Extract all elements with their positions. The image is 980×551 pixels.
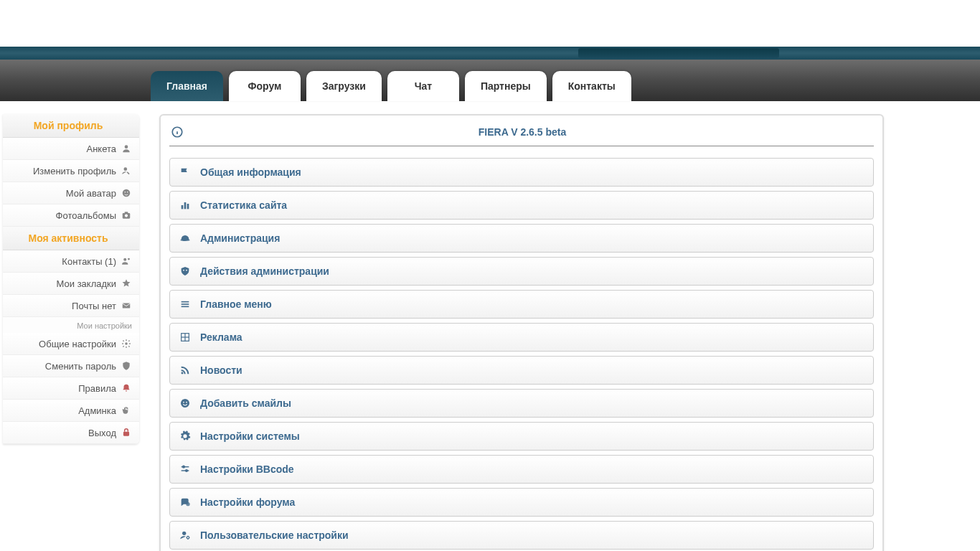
mail-icon <box>121 300 132 311</box>
mask-icon <box>179 265 192 278</box>
svg-point-8 <box>123 258 126 261</box>
menu-item-4[interactable]: Главное меню <box>169 290 874 319</box>
helmet-icon <box>179 232 192 245</box>
menu-item-11[interactable]: Пользовательские настройки <box>169 521 874 550</box>
menu-item-10[interactable]: Настройки форума <box>169 488 874 517</box>
bars-icon <box>179 199 192 212</box>
tab-label: Чат <box>415 80 432 92</box>
tab-label: Контакты <box>568 80 616 92</box>
svg-point-28 <box>182 372 184 375</box>
tab-partners[interactable]: Партнеры <box>465 71 547 101</box>
panel-divider <box>169 146 874 146</box>
panel-title: FIERA V 2.6.5 beta <box>192 126 874 138</box>
sidebar-item-edit-profile[interactable]: Изменить профиль <box>3 160 139 182</box>
sidebar-item-anketa[interactable]: Анкета <box>3 138 139 160</box>
tab-label: Главная <box>166 80 207 92</box>
menu-item-label: Статистика сайта <box>200 199 287 211</box>
svg-point-19 <box>180 239 189 241</box>
sidebar-item-albums[interactable]: Фотоальбомы <box>3 204 139 227</box>
tab-label: Партнеры <box>481 80 531 92</box>
menu-item-7[interactable]: Добавить смайлы <box>169 389 874 418</box>
menu-item-9[interactable]: Настройки BBcode <box>169 455 874 484</box>
svg-point-37 <box>182 532 186 535</box>
sidebar-item-avatar[interactable]: Мой аватар <box>3 182 139 204</box>
menu-item-label: Настройки системы <box>200 430 300 442</box>
svg-rect-12 <box>123 432 129 436</box>
sidebar-item-exit[interactable]: Выход <box>3 422 139 444</box>
menu-item-label: Пользовательские настройки <box>200 529 349 541</box>
rss-icon <box>179 364 192 377</box>
sidebar-item-label: Контакты (1) <box>62 256 116 267</box>
grid-icon <box>179 331 192 344</box>
sidebar: Мой профиль Анкета Изменить профиль Мой … <box>3 114 139 444</box>
menu-item-label: Добавить смайлы <box>200 397 291 409</box>
svg-point-30 <box>183 402 184 403</box>
lock-icon <box>121 427 132 438</box>
menu-item-label: Новости <box>200 364 242 376</box>
menu-item-1[interactable]: Статистика сайта <box>169 191 874 220</box>
shield-icon <box>121 360 132 372</box>
bell-icon <box>121 382 132 394</box>
svg-point-6 <box>125 215 128 217</box>
menu-item-6[interactable]: Новости <box>169 356 874 385</box>
sidebar-item-mail[interactable]: Почты нет <box>3 295 139 317</box>
sidebar-item-general-settings[interactable]: Общие настройки <box>3 333 139 355</box>
menu-item-2[interactable]: Администрация <box>169 224 874 253</box>
menu-list: Общая информацияСтатистика сайтаАдминист… <box>169 158 874 551</box>
tab-main[interactable]: Главная <box>151 71 223 101</box>
menu-item-label: Общая информация <box>200 166 301 178</box>
menu-item-3[interactable]: Действия администрации <box>169 257 874 286</box>
svg-point-33 <box>183 466 185 468</box>
svg-rect-16 <box>182 205 184 209</box>
svg-point-11 <box>125 342 128 345</box>
contacts-icon <box>121 255 132 267</box>
menu-item-0[interactable]: Общая информация <box>169 158 874 187</box>
menu-item-label: Настройки форума <box>200 496 295 508</box>
star-icon <box>121 278 132 289</box>
menu-item-5[interactable]: Реклама <box>169 323 874 352</box>
sidebar-item-label: Почты нет <box>72 301 116 311</box>
svg-point-29 <box>181 399 189 408</box>
sidebar-item-contacts[interactable]: Контакты (1) <box>3 250 139 273</box>
panel-title-row: FIERA V 2.6.5 beta <box>169 123 874 146</box>
sidebar-item-label: Общие настройки <box>39 339 116 349</box>
sidebar-item-label: Изменить профиль <box>33 166 116 176</box>
header-bar <box>0 47 980 60</box>
sidebar-header-activity: Моя активность <box>3 227 139 250</box>
gear-icon <box>121 338 132 349</box>
svg-point-0 <box>125 145 128 149</box>
sidebar-item-bookmarks[interactable]: Мои закладки <box>3 273 139 295</box>
sidebar-item-change-password[interactable]: Сменить пароль <box>3 355 139 377</box>
sidebar-item-label: Админка <box>78 405 116 416</box>
svg-point-21 <box>186 270 187 271</box>
menu-icon <box>179 298 192 311</box>
svg-point-1 <box>124 167 128 171</box>
svg-rect-10 <box>123 303 131 309</box>
svg-point-2 <box>123 189 131 197</box>
sliders-icon <box>179 463 192 476</box>
sidebar-item-admin[interactable]: Админка <box>3 400 139 422</box>
svg-point-4 <box>127 192 128 193</box>
top-spacer <box>0 0 980 47</box>
hand-icon <box>121 405 132 416</box>
sidebar-subheader-settings: Мои настройки <box>3 317 139 333</box>
menu-item-8[interactable]: Настройки системы <box>169 422 874 451</box>
menu-item-label: Главное меню <box>200 298 272 310</box>
sidebar-item-label: Фотоальбомы <box>56 210 116 221</box>
tab-contacts[interactable]: Контакты <box>552 71 631 101</box>
sidebar-item-label: Сменить пароль <box>45 361 116 372</box>
tab-label: Загрузки <box>322 80 366 92</box>
tab-downloads[interactable]: Загрузки <box>306 71 382 101</box>
menu-item-label: Настройки BBcode <box>200 463 294 475</box>
svg-rect-17 <box>184 202 187 209</box>
cog-icon <box>179 430 192 443</box>
svg-point-3 <box>124 192 126 193</box>
content-wrapper: Мой профиль Анкета Изменить профиль Мой … <box>0 101 980 551</box>
svg-point-31 <box>186 402 187 403</box>
tab-forum[interactable]: Форум <box>229 71 301 101</box>
chat-icon <box>179 496 192 509</box>
sidebar-item-rules[interactable]: Правила <box>3 377 139 400</box>
sidebar-item-label: Мои закладки <box>57 278 116 289</box>
tab-chat[interactable]: Чат <box>387 71 459 101</box>
main-panel: FIERA V 2.6.5 beta Общая информацияСтати… <box>159 114 884 551</box>
